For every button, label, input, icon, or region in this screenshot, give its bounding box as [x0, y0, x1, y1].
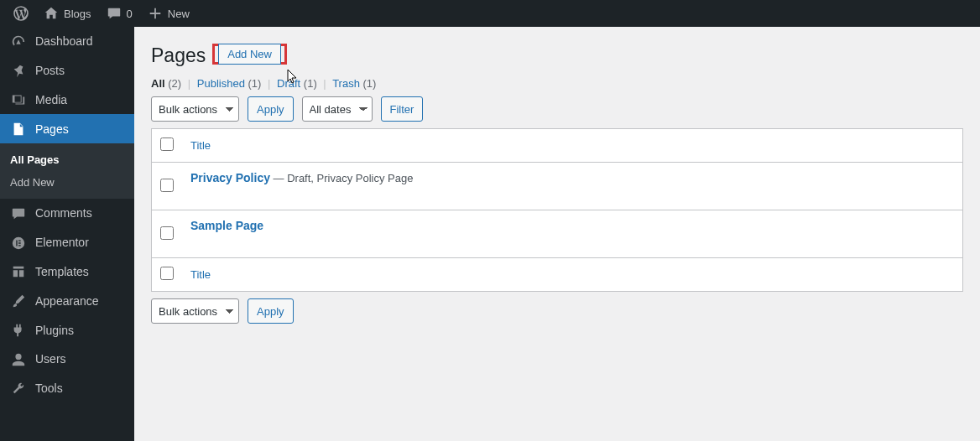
- sidebar-label: Media: [35, 93, 67, 106]
- brush-icon: [10, 293, 27, 309]
- filter-published[interactable]: Published (1): [197, 77, 262, 90]
- media-icon: [10, 92, 27, 108]
- elementor-icon: [10, 235, 27, 251]
- site-home-link[interactable]: Blogs: [37, 0, 98, 27]
- sidebar-label: Plugins: [35, 324, 74, 337]
- row-state: — Draft, Privacy Policy Page: [270, 172, 414, 184]
- select-all-bottom[interactable]: [160, 267, 174, 280]
- sidebar-label: Elementor: [35, 236, 89, 249]
- add-new-button[interactable]: Add New: [218, 44, 281, 65]
- comments-count: 0: [127, 8, 133, 20]
- column-title-footer[interactable]: Title: [190, 268, 211, 281]
- cursor-icon: [287, 69, 300, 88]
- plug-icon: [10, 322, 27, 338]
- filter-all[interactable]: All (2): [151, 77, 181, 90]
- row-checkbox[interactable]: [160, 226, 174, 240]
- sidebar-item-elementor[interactable]: Elementor: [0, 228, 134, 257]
- table-row: Sample Page: [152, 210, 963, 258]
- admin-sidebar: Dashboard Posts Media Pages All Pages Ad…: [0, 27, 134, 441]
- submenu-all-pages[interactable]: All Pages: [0, 148, 134, 171]
- sidebar-item-pages[interactable]: Pages: [0, 114, 134, 143]
- wrench-icon: [10, 381, 27, 397]
- row-title-link[interactable]: Sample Page: [190, 219, 263, 232]
- bulk-actions-select[interactable]: Bulk actions: [151, 96, 239, 122]
- bulk-actions-select-bottom[interactable]: Bulk actions: [151, 298, 239, 324]
- submenu-add-new[interactable]: Add New: [0, 171, 134, 194]
- sidebar-item-templates[interactable]: Templates: [0, 257, 134, 287]
- wordpress-icon: [13, 6, 29, 22]
- comment-icon: [107, 6, 122, 22]
- filter-button[interactable]: Filter: [381, 96, 424, 122]
- sidebar-label: Pages: [35, 122, 69, 136]
- row-title-link[interactable]: Privacy Policy: [190, 171, 270, 184]
- sidebar-label: Posts: [35, 64, 65, 77]
- sidebar-label: Dashboard: [35, 34, 93, 48]
- status-filter-links: All (2) | Published (1) | Draft (1) | Tr…: [151, 77, 963, 90]
- main-content: Pages Add New All (2) | Published (1) | …: [134, 27, 980, 441]
- pages-table: Title Privacy Policy — Draft, Privacy Po…: [151, 128, 963, 292]
- admin-top-bar: Blogs 0 New: [0, 0, 980, 27]
- sidebar-item-tools[interactable]: Tools: [0, 374, 134, 403]
- sidebar-item-media[interactable]: Media: [0, 86, 134, 115]
- sidebar-item-users[interactable]: Users: [0, 345, 134, 374]
- date-filter-select[interactable]: All dates: [302, 96, 373, 122]
- sidebar-item-comments[interactable]: Comments: [0, 199, 134, 228]
- templates-icon: [10, 264, 27, 280]
- sidebar-item-dashboard[interactable]: Dashboard: [0, 27, 134, 56]
- sidebar-label: Appearance: [35, 294, 99, 308]
- plus-icon: [148, 6, 163, 22]
- apply-button-top[interactable]: Apply: [248, 96, 294, 122]
- row-checkbox[interactable]: [160, 179, 174, 192]
- new-label: New: [168, 8, 190, 20]
- table-nav-bottom: Bulk actions Apply: [151, 298, 963, 324]
- sidebar-label: Templates: [35, 265, 89, 278]
- filter-trash[interactable]: Trash (1): [332, 77, 376, 90]
- dashboard-icon: [10, 34, 27, 49]
- page-title: Pages: [151, 37, 206, 70]
- sidebar-label: Tools: [35, 381, 63, 395]
- apply-button-bottom[interactable]: Apply: [248, 298, 294, 324]
- table-row: Privacy Policy — Draft, Privacy Policy P…: [152, 163, 963, 210]
- sidebar-submenu-pages: All Pages Add New: [0, 143, 134, 199]
- comments-link[interactable]: 0: [100, 0, 139, 27]
- sidebar-item-plugins[interactable]: Plugins: [0, 315, 134, 345]
- sidebar-item-appearance[interactable]: Appearance: [0, 286, 134, 315]
- site-name: Blogs: [64, 8, 91, 20]
- new-content-link[interactable]: New: [141, 0, 196, 27]
- user-icon: [10, 351, 27, 367]
- home-icon: [44, 6, 59, 22]
- comment-icon: [10, 205, 27, 221]
- sidebar-item-posts[interactable]: Posts: [0, 56, 134, 86]
- column-title-header[interactable]: Title: [190, 139, 211, 152]
- sidebar-label: Comments: [35, 206, 92, 220]
- sidebar-label: Users: [35, 352, 66, 366]
- wp-logo[interactable]: [7, 0, 35, 27]
- page-icon: [10, 121, 27, 137]
- pin-icon: [10, 63, 27, 79]
- highlight-box: Add New: [212, 44, 287, 65]
- select-all-top[interactable]: [160, 137, 174, 151]
- table-nav-top: Bulk actions Apply All dates Filter: [151, 96, 963, 122]
